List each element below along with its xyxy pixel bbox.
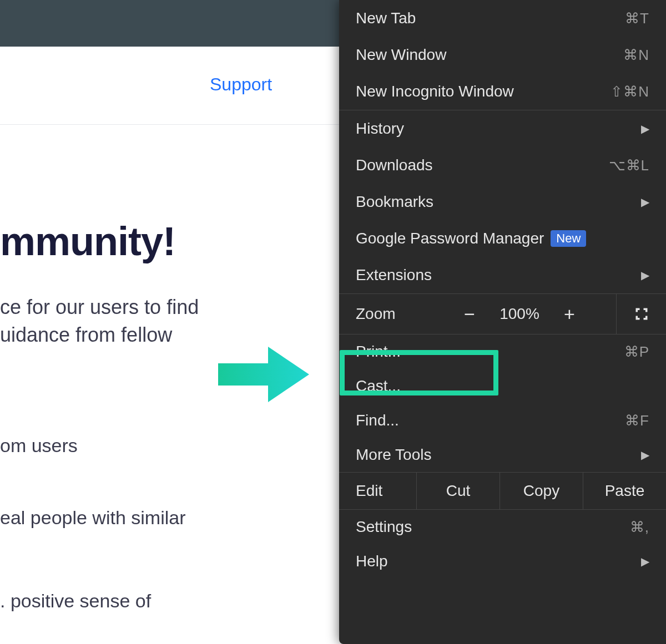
menu-shortcut: ⌘P — [624, 343, 649, 361]
menu-label: More Tools — [356, 446, 431, 464]
edit-label: Edit — [339, 473, 417, 509]
menu-item-cast[interactable]: Cast... — [339, 369, 666, 403]
body-text-2: eal people with similar — [0, 507, 186, 529]
submenu-arrow-icon: ▶ — [641, 555, 649, 568]
menu-item-history[interactable]: History ▶ — [339, 110, 666, 147]
menu-label: History — [356, 120, 404, 138]
fullscreen-button[interactable] — [616, 294, 666, 334]
menu-item-password-manager[interactable]: Google Password Manager New — [339, 220, 666, 257]
page-subtext: ce for our users to find uidance from fe… — [0, 293, 278, 349]
menu-item-downloads[interactable]: Downloads ⌥⌘L — [339, 147, 666, 184]
menu-shortcut: ⌘N — [623, 47, 649, 64]
menu-item-bookmarks[interactable]: Bookmarks ▶ — [339, 184, 666, 220]
menu-label: Google Password Manager — [356, 230, 544, 247]
menu-shortcut: ⌥⌘L — [609, 157, 649, 174]
menu-shortcut: ⇧⌘N — [610, 83, 649, 100]
menu-label: Print... — [356, 343, 401, 361]
menu-label: Find... — [356, 412, 399, 429]
fullscreen-icon — [634, 306, 649, 322]
menu-shortcut: ⌘F — [625, 412, 649, 429]
menu-label: Help — [356, 552, 388, 570]
menu-label: New Window — [356, 46, 446, 64]
menu-item-new-tab[interactable]: New Tab ⌘T — [339, 0, 666, 37]
menu-label: New Tab — [356, 9, 416, 27]
menu-label: Downloads — [356, 156, 433, 174]
menu-label: Extensions — [356, 266, 432, 284]
menu-item-find[interactable]: Find... ⌘F — [339, 403, 666, 438]
zoom-value: 100% — [489, 305, 550, 323]
edit-paste-button[interactable]: Paste — [583, 473, 666, 509]
edit-copy-button[interactable]: Copy — [500, 473, 583, 509]
subtext-line1: ce for our users to find — [0, 296, 199, 318]
menu-item-settings[interactable]: Settings ⌘, — [339, 510, 666, 544]
zoom-label: Zoom — [356, 305, 450, 323]
submenu-arrow-icon: ▶ — [641, 268, 649, 282]
page-title: mmunity! — [0, 219, 175, 264]
menu-item-print[interactable]: Print... ⌘P — [339, 334, 666, 369]
body-text-3: . positive sense of — [0, 590, 151, 612]
menu-item-edit: Edit Cut Copy Paste — [339, 473, 666, 509]
new-badge: New — [551, 230, 586, 247]
menu-label: New Incognito Window — [356, 83, 514, 100]
zoom-in-button[interactable]: + — [550, 303, 589, 325]
zoom-out-button[interactable]: − — [450, 303, 489, 325]
menu-item-more-tools[interactable]: More Tools ▶ — [339, 438, 666, 472]
body-text-1: om users — [0, 435, 78, 457]
menu-item-new-window[interactable]: New Window ⌘N — [339, 37, 666, 73]
menu-label: Cast... — [356, 377, 401, 395]
menu-item-zoom: Zoom − 100% + — [339, 294, 666, 334]
menu-shortcut: ⌘T — [625, 10, 649, 27]
menu-item-new-incognito[interactable]: New Incognito Window ⇧⌘N — [339, 73, 666, 110]
menu-label: Bookmarks — [356, 193, 433, 211]
edit-cut-button[interactable]: Cut — [417, 473, 500, 509]
chrome-overflow-menu: New Tab ⌘T New Window ⌘N New Incognito W… — [339, 0, 666, 644]
menu-item-extensions[interactable]: Extensions ▶ — [339, 257, 666, 293]
submenu-arrow-icon: ▶ — [641, 122, 649, 135]
submenu-arrow-icon: ▶ — [641, 448, 649, 462]
submenu-arrow-icon: ▶ — [641, 195, 649, 209]
support-link[interactable]: Support — [210, 74, 272, 95]
subtext-line2: uidance from fellow — [0, 323, 172, 346]
menu-shortcut: ⌘, — [630, 519, 649, 536]
menu-label: Settings — [356, 518, 412, 536]
menu-item-help[interactable]: Help ▶ — [339, 544, 666, 579]
